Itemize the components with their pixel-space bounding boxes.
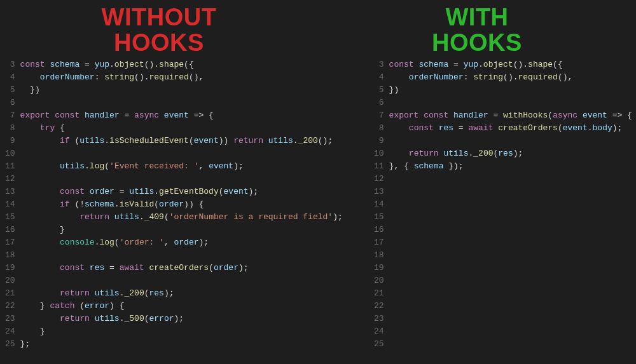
token: (). — [144, 60, 159, 69]
code-line: }) — [20, 84, 343, 97]
code-line — [389, 325, 631, 338]
token: orderNumber — [409, 72, 464, 82]
columns: 345678910111213141516171819202122232425 … — [0, 58, 636, 364]
token: ); — [233, 161, 244, 171]
line-number: 21 — [374, 287, 384, 300]
heading-left-line1: WITHOUT — [102, 4, 217, 30]
line-number: 17 — [5, 236, 15, 249]
token — [20, 149, 25, 158]
token: utils — [80, 136, 104, 145]
line-number: 18 — [5, 249, 15, 262]
code-line — [389, 262, 631, 274]
token: _200 — [298, 136, 318, 145]
line-number: 3 — [5, 58, 15, 71]
code-line — [389, 173, 631, 185]
token: if — [60, 136, 70, 145]
token: { — [55, 123, 65, 133]
code-line: const schema = yup.object().shape({ — [389, 58, 631, 71]
token — [20, 276, 25, 285]
code-line — [389, 198, 631, 211]
code-line — [20, 147, 343, 160]
token: res — [149, 288, 164, 298]
code-line: export const handler = async event => { — [20, 109, 343, 122]
token — [20, 136, 60, 145]
line-number: 13 — [5, 185, 15, 198]
token — [20, 263, 60, 273]
token: event — [164, 111, 189, 120]
line-number: 23 — [5, 313, 15, 325]
token: ( — [219, 187, 224, 196]
token: = — [120, 111, 134, 120]
code-line: orderNumber: string().required(), — [20, 71, 343, 84]
heading-right-line1: WITH — [445, 4, 508, 30]
token: try — [40, 123, 55, 133]
token: return — [80, 212, 109, 222]
code-line: } — [20, 325, 343, 338]
token: error — [149, 314, 174, 323]
token: withHooks — [503, 111, 548, 120]
token: required — [149, 72, 188, 82]
line-number: 9 — [5, 135, 15, 147]
token: ); — [164, 288, 174, 298]
token: shape — [528, 60, 553, 69]
line-number: 20 — [5, 274, 15, 287]
token: object — [114, 60, 144, 69]
token: ( — [144, 314, 149, 323]
token: }; — [20, 339, 31, 349]
token: console — [60, 238, 95, 247]
code-line — [389, 313, 631, 325]
token: utils — [60, 161, 85, 171]
token — [389, 314, 394, 323]
token: utils — [95, 314, 120, 323]
token: return — [60, 314, 90, 323]
token: utils — [129, 187, 154, 196]
line-number: 18 — [374, 249, 384, 262]
token: handler — [453, 111, 488, 120]
line-number: 14 — [374, 198, 384, 211]
token: schema — [418, 60, 448, 69]
token: ( — [70, 136, 80, 145]
line-number: 5 — [5, 84, 15, 97]
token: getEventBody — [159, 187, 219, 196]
token: ( — [558, 123, 563, 133]
token — [20, 314, 60, 323]
token — [20, 288, 60, 298]
token: . — [139, 212, 144, 222]
heading-with-hooks: WITH HOOKS — [318, 5, 636, 56]
token — [20, 161, 60, 171]
line-number: 17 — [374, 236, 384, 249]
line-number: 7 — [5, 109, 15, 122]
token: order — [159, 199, 184, 209]
token: _500 — [124, 314, 144, 323]
token: const — [60, 263, 90, 273]
line-number: 8 — [5, 122, 15, 135]
code-line: const res = await createOrders(event.bod… — [389, 122, 631, 135]
token: (). — [134, 72, 149, 82]
code-line: console.log('order: ', order); — [20, 236, 343, 249]
token: } — [20, 301, 50, 311]
token — [20, 174, 25, 184]
line-number: 22 — [5, 300, 15, 313]
token: )) — [219, 136, 233, 145]
token: yup — [95, 60, 109, 69]
line-number: 24 — [374, 325, 384, 338]
token: order — [90, 187, 114, 196]
code-line — [389, 211, 631, 224]
token: res — [498, 149, 513, 158]
token: export — [389, 111, 424, 120]
token: order — [174, 238, 199, 247]
token: ( — [144, 288, 149, 298]
token: createOrders — [498, 123, 558, 133]
token: . — [154, 187, 159, 196]
token: ( — [189, 136, 194, 145]
token: const — [424, 111, 453, 120]
token — [389, 72, 409, 82]
code-line: if (!schema.isValid(order)) { — [20, 198, 343, 211]
token — [20, 187, 60, 196]
token: (); — [318, 136, 333, 145]
token: export — [20, 111, 55, 120]
token — [389, 199, 394, 209]
token: shape — [159, 60, 184, 69]
token: isScheduledEvent — [109, 136, 189, 145]
code-line — [389, 249, 631, 262]
